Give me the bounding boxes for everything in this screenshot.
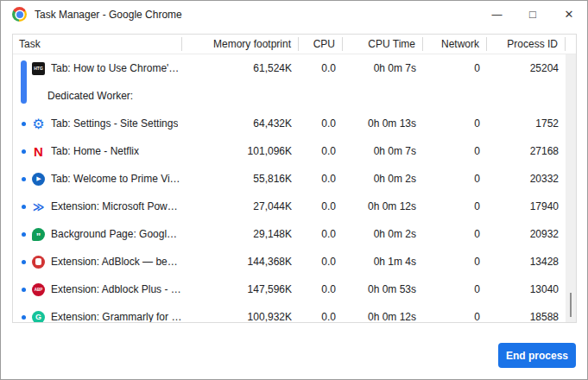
task-name: Extension: Adblock Plus - fre... [51,283,182,295]
column-header-process-id[interactable]: Process ID [487,37,566,51]
network-cell: 0 [423,276,487,303]
network-cell: 0 [423,165,487,193]
minimize-button[interactable]: — [478,1,515,28]
task-cell: ▶ Tab: Welcome to Prime Video [13,165,182,193]
activity-dot [22,177,26,181]
row-lead [18,110,28,137]
cpu-time-cell: 0h 0m 12s [343,193,423,220]
pid-cell: 18588 [487,303,566,323]
table-row[interactable]: ▶ Tab: Welcome to Prime Video 55,816K 0.… [13,165,576,193]
table-row[interactable]: ABP Extension: Adblock Plus - fre... 147… [13,276,576,303]
task-line: N Tab: Home - Netflix [28,137,139,165]
task-cell: ” Background Page: Google H... [13,220,182,248]
cpu-time-cell: 0h 0m 13s [343,110,423,137]
cpu-cell: 0.0 [299,54,343,82]
end-process-button[interactable]: End process [498,343,576,368]
task-line: Extension: AdBlock — best a... [28,248,182,276]
column-header-cpu-time[interactable]: CPU Time [343,37,423,51]
table-row[interactable]: N Tab: Home - Netflix 101,096K 0.0 0h 0m… [13,137,576,165]
task-cell: G Extension: Grammarly for Ch... [13,303,182,323]
row-lead [18,248,28,276]
pid-cell: 27168 [487,137,566,165]
row-lead [18,303,28,323]
task-manager-window: Task Manager - Google Chrome — □ ✕ Task … [0,0,588,380]
column-header-network[interactable]: Network [423,37,487,51]
chrome-logo-icon [12,7,27,22]
adblock-icon [32,256,45,269]
header-gutter [566,37,576,51]
row-lead [18,137,28,165]
activity-dot [22,260,26,264]
task-cell: N Tab: Home - Netflix [13,137,182,165]
hangouts-icon: ” [32,228,45,241]
table-row[interactable]: ≫ Extension: Microsoft Power... 27,044K … [13,193,576,220]
table-row[interactable]: ⚙ Tab: Settings - Site Settings 64,432K … [13,110,576,137]
network-cell: 0 [423,248,487,276]
column-header-memory[interactable]: Memory footprint [182,37,299,51]
task-name: Extension: Microsoft Power... [51,200,182,212]
table-row[interactable]: Extension: AdBlock — best a... 144,368K … [13,248,576,276]
table-header: Task Memory footprint CPU CPU Time Netwo… [13,35,576,54]
table-row[interactable]: ” Background Page: Google H... 29,148K 0… [13,220,576,248]
activity-dot [22,205,26,209]
vertical-scrollbar[interactable] [566,54,576,323]
memory-cell: 147,596K [182,276,299,303]
subtask-line: Dedicated Worker: [28,82,182,110]
activity-dot [22,122,26,126]
cpu-time-cell: 0h 1m 4s [343,248,423,276]
table-row[interactable]: G Extension: Grammarly for Ch... 100,932… [13,303,576,323]
task-name: Tab: Settings - Site Settings [51,117,178,130]
network-cell: 0 [423,110,487,137]
task-cell: HTG Tab: How to Use Chrome's B... Dedica… [13,54,182,110]
netflix-icon: N [32,145,45,158]
prime-video-icon: ▶ [32,173,45,186]
pid-cell: 17940 [487,193,566,220]
subtask-name: Dedicated Worker: [47,90,133,102]
cpu-time-cell: 0h 0m 12s [343,303,423,323]
cpu-cell: 0.0 [299,110,343,137]
pid-cell: 25204 [487,54,566,82]
adblock-plus-icon: ABP [32,283,45,296]
pid-cell: 13040 [487,276,566,303]
cpu-cell: 0.0 [299,193,343,220]
activity-dot [22,288,26,292]
task-name: Tab: Welcome to Prime Video [51,173,182,185]
task-name: Extension: Grammarly for Ch... [51,311,182,323]
cpu-time-cell: 0h 0m 2s [343,220,423,248]
task-column: ≫ Extension: Microsoft Power... [28,193,182,220]
task-line: HTG Tab: How to Use Chrome's B... [28,54,182,82]
task-cell: ≫ Extension: Microsoft Power... [13,193,182,220]
cpu-cell: 0.0 [299,276,343,303]
maximize-button[interactable]: □ [515,1,551,28]
process-table: Task Memory footprint CPU CPU Time Netwo… [12,34,577,323]
title-bar: Task Manager - Google Chrome — □ ✕ [1,1,587,28]
task-cell: Extension: AdBlock — best a... [13,248,182,276]
cpu-time-cell: 0h 0m 7s [343,54,423,82]
window-controls: — □ ✕ [478,1,587,28]
row-lead [18,276,28,303]
pid-cell: 13428 [487,248,566,276]
row-lead [18,193,28,220]
task-column: ▶ Tab: Welcome to Prime Video [28,165,182,193]
grammarly-icon: G [32,311,45,324]
pid-cell: 1752 [487,110,566,137]
task-column: HTG Tab: How to Use Chrome's B... Dedica… [28,54,182,110]
htg-icon: HTG [32,62,45,75]
table-body: HTG Tab: How to Use Chrome's B... Dedica… [13,54,576,323]
cpu-cell: 0.0 [299,303,343,323]
network-cell: 0 [423,220,487,248]
table-row[interactable]: HTG Tab: How to Use Chrome's B... Dedica… [13,54,576,110]
memory-cell: 27,044K [182,193,299,220]
column-header-cpu[interactable]: CPU [299,37,343,51]
scrollbar-thumb[interactable] [570,293,572,317]
memory-cell: 101,096K [182,137,299,165]
close-button[interactable]: ✕ [551,1,587,28]
task-line: ⚙ Tab: Settings - Site Settings [28,110,178,137]
network-cell: 0 [423,303,487,323]
memory-cell: 55,816K [182,165,299,193]
activity-dot [22,149,26,154]
memory-cell: 61,524K [182,54,299,82]
cpu-time-cell: 0h 0m 2s [343,165,423,193]
column-header-task[interactable]: Task [13,37,182,51]
network-cell: 0 [423,137,487,165]
